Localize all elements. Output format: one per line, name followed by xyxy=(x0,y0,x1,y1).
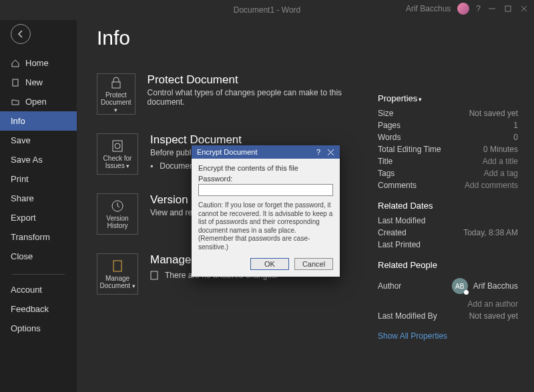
open-icon xyxy=(11,97,20,107)
prop-comments-label: Comments xyxy=(378,181,417,190)
dialog-subtitle: Encrypt the contents of this file xyxy=(198,164,333,172)
prop-tags-label: Tags xyxy=(378,169,394,178)
sidebar-label: Save As xyxy=(11,155,43,165)
properties-heading[interactable]: Properties▾ xyxy=(378,93,518,103)
cancel-button[interactable]: Cancel xyxy=(294,258,333,270)
sidebar-item-transform[interactable]: Transform xyxy=(0,227,77,247)
ok-button[interactable]: OK xyxy=(250,258,289,270)
prop-words-label: Words xyxy=(378,133,400,142)
sidebar-label: Print xyxy=(11,174,29,184)
maximize-icon[interactable] xyxy=(503,4,513,13)
related-dates-heading: Related Dates xyxy=(378,201,518,211)
prop-created-label: Created xyxy=(378,228,407,237)
backstage-sidebar: Home New Open Info Save Save As Print Sh… xyxy=(0,20,77,392)
sidebar-label: Transform xyxy=(11,232,50,242)
prop-title-value[interactable]: Add a title xyxy=(483,157,518,166)
sidebar-item-save-as[interactable]: Save As xyxy=(0,150,77,169)
inspect-title: Inspect Document xyxy=(150,133,333,147)
prop-last-printed-label: Last Printed xyxy=(378,240,421,249)
manage-document-tile[interactable]: Manage Document xyxy=(97,253,138,295)
sidebar-item-new[interactable]: New xyxy=(0,73,77,92)
manage-icon xyxy=(110,259,125,273)
related-people-heading: Related People xyxy=(378,260,518,270)
sidebar-item-close[interactable]: Close xyxy=(0,247,77,266)
sidebar-item-export[interactable]: Export xyxy=(0,208,77,227)
sidebar-item-save[interactable]: Save xyxy=(0,131,77,150)
dialog-close-icon[interactable] xyxy=(327,149,334,156)
prop-pages-value: 1 xyxy=(513,121,518,130)
sidebar-label: Feedback xyxy=(11,304,49,314)
prop-comments-value[interactable]: Add comments xyxy=(465,181,518,190)
prop-title-label: Title xyxy=(378,157,392,166)
prop-author-label: Author xyxy=(378,281,401,291)
protect-document-tile[interactable]: Protect Document xyxy=(97,73,136,115)
sidebar-label: Options xyxy=(11,323,41,333)
sidebar-item-feedback[interactable]: Feedback xyxy=(0,299,77,319)
add-author[interactable]: Add an author xyxy=(468,299,518,309)
home-icon xyxy=(11,59,20,68)
version-history-tile[interactable]: Version History xyxy=(97,193,138,235)
prop-tet-label: Total Editing Time xyxy=(378,145,441,154)
prop-tags-value[interactable]: Add a tag xyxy=(484,169,518,178)
prop-last-modified-label: Last Modified xyxy=(378,216,425,225)
protect-desc: Control what types of changes people can… xyxy=(148,88,363,107)
prop-created-value: Today, 8:38 AM xyxy=(463,228,518,237)
dialog-title-text: Encrypt Document xyxy=(197,148,316,156)
sidebar-item-options[interactable]: Options xyxy=(0,319,77,338)
page-title: Info xyxy=(97,27,363,49)
history-icon xyxy=(110,199,125,213)
sidebar-label: Account xyxy=(11,285,42,295)
svg-point-7 xyxy=(115,143,120,149)
prop-lmb-value: Not saved yet xyxy=(469,311,518,321)
sidebar-label: Close xyxy=(11,251,33,261)
sidebar-label: New xyxy=(25,77,43,87)
help-icon[interactable]: ? xyxy=(476,4,481,13)
svg-rect-1 xyxy=(505,6,511,11)
sidebar-item-home[interactable]: Home xyxy=(0,53,77,73)
prop-tet-value: 0 Minutes xyxy=(483,145,518,154)
lock-icon xyxy=(109,75,123,90)
prop-size-value: Not saved yet xyxy=(469,109,518,118)
sidebar-item-print[interactable]: Print xyxy=(0,169,77,189)
back-button[interactable] xyxy=(11,24,31,44)
svg-rect-6 xyxy=(113,141,122,151)
sidebar-label: Export xyxy=(11,213,36,223)
prop-size-label: Size xyxy=(378,109,393,118)
svg-rect-5 xyxy=(112,82,120,88)
tile-label: Version History xyxy=(99,215,136,229)
sidebar-item-share[interactable]: Share xyxy=(0,189,77,208)
tile-label: Check for Issues xyxy=(99,155,136,169)
user-name: Arif Bacchus xyxy=(406,4,451,13)
sidebar-label: Open xyxy=(25,97,47,107)
titlebar: Document1 - Word Arif Bacchus ? xyxy=(0,0,534,20)
dialog-help-icon[interactable]: ? xyxy=(316,148,320,156)
password-input[interactable] xyxy=(198,184,333,196)
sidebar-item-account[interactable]: Account xyxy=(0,280,77,299)
minimize-icon[interactable] xyxy=(487,4,497,13)
close-icon[interactable] xyxy=(519,4,529,13)
user-avatar[interactable] xyxy=(457,3,469,15)
new-icon xyxy=(11,78,20,87)
inspect-icon xyxy=(110,139,125,153)
doc-title: Document1 - Word xyxy=(234,5,301,15)
svg-rect-10 xyxy=(151,271,158,279)
svg-rect-9 xyxy=(113,261,121,271)
titlebar-controls: Arif Bacchus ? xyxy=(406,3,529,15)
tile-label: Manage Document xyxy=(99,275,136,289)
prop-pages-label: Pages xyxy=(378,121,400,130)
dialog-titlebar[interactable]: Encrypt Document ? xyxy=(192,145,340,159)
prop-lmb-label: Last Modified By xyxy=(378,311,437,321)
sidebar-item-info[interactable]: Info xyxy=(0,111,77,131)
divider xyxy=(12,274,65,275)
password-label: Password: xyxy=(198,175,232,183)
sidebar-label: Info xyxy=(11,116,25,126)
author-value[interactable]: AB Arif Bacchus xyxy=(452,278,518,294)
sidebar-item-open[interactable]: Open xyxy=(0,92,77,111)
svg-rect-4 xyxy=(13,79,18,86)
dialog-caution: Caution: If you lose or forget the passw… xyxy=(198,201,333,251)
check-issues-tile[interactable]: Check for Issues xyxy=(97,133,138,175)
show-all-properties-link[interactable]: Show All Properties xyxy=(378,331,518,341)
prop-words-value: 0 xyxy=(513,133,518,142)
author-name: Arif Bacchus xyxy=(473,281,518,291)
sidebar-label: Save xyxy=(11,135,31,145)
